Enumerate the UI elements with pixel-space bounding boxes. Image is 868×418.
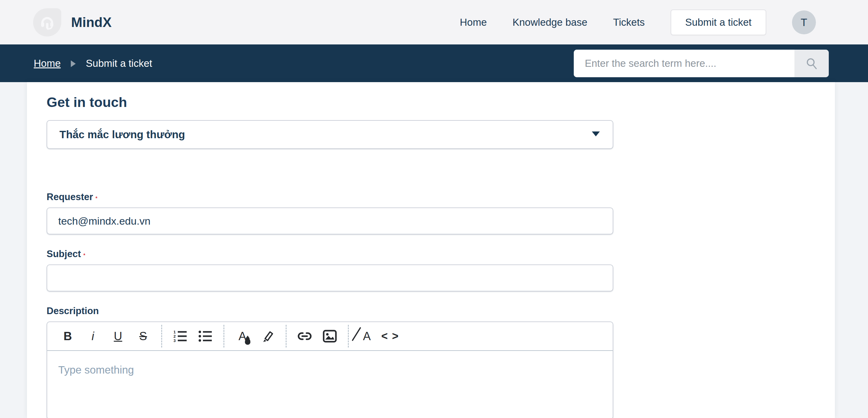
breadcrumb-bar: Home Submit a ticket	[0, 44, 868, 82]
subject-input[interactable]	[46, 264, 613, 291]
rich-text-editor: B i U S 1 2	[46, 321, 613, 418]
subject-field: Subject*	[46, 249, 613, 291]
toolbar-divider	[286, 325, 286, 348]
bold-button[interactable]: B	[58, 326, 78, 346]
insert-image-button[interactable]	[320, 326, 340, 346]
toolbar-divider	[161, 325, 162, 348]
link-button[interactable]	[295, 326, 314, 346]
editor-toolbar: B i U S 1 2	[47, 322, 613, 351]
svg-text:1: 1	[174, 330, 176, 334]
highlight-button[interactable]	[258, 326, 277, 346]
svg-text:2: 2	[174, 334, 176, 339]
editor-placeholder: Type something	[58, 364, 134, 376]
highlighter-icon	[261, 329, 274, 343]
bullet-list-button[interactable]	[195, 326, 215, 346]
required-asterisk: *	[96, 196, 97, 201]
ticket-form: Thắc mắc lương thưởng Requester* Subject…	[46, 120, 613, 418]
nav-knowledge-base[interactable]: Knowledge base	[513, 17, 587, 28]
search-bar	[574, 50, 829, 77]
link-icon	[297, 331, 313, 342]
description-label: Description	[46, 306, 99, 316]
toolbar-divider	[223, 325, 224, 348]
slash-icon	[351, 327, 361, 341]
ordered-list-button[interactable]: 1 2 3	[170, 326, 190, 346]
toolbar-divider	[348, 325, 349, 348]
search-icon	[805, 57, 818, 70]
description-field: Description B i U S	[46, 306, 613, 418]
breadcrumb-home-link[interactable]: Home	[34, 58, 61, 69]
code-icon: <>	[381, 330, 403, 343]
category-selected-value: Thắc mắc lương thưởng	[59, 128, 185, 141]
nav-home[interactable]: Home	[460, 17, 487, 28]
page-title: Get in touch	[46, 94, 835, 110]
strikethrough-button[interactable]: S	[133, 326, 153, 346]
category-select[interactable]: Thắc mắc lương thưởng	[46, 120, 613, 149]
requester-label: Requester	[46, 192, 93, 202]
ordered-list-icon: 1 2 3	[173, 330, 187, 343]
subject-label: Subject	[46, 249, 81, 259]
clear-format-button[interactable]: A	[357, 326, 377, 346]
mindx-logo	[33, 8, 61, 36]
bullet-list-icon	[198, 330, 212, 343]
underline-button[interactable]: U	[108, 326, 128, 346]
requester-input[interactable]	[46, 207, 613, 234]
app-header: MindX Home Knowledge base Tickets Submit…	[0, 0, 868, 44]
user-avatar[interactable]: T	[792, 10, 816, 34]
content-card: Get in touch Thắc mắc lương thưởng Reque…	[27, 82, 835, 418]
headset-icon	[39, 14, 56, 31]
svg-text:3: 3	[174, 338, 176, 343]
breadcrumb-current: Submit a ticket	[86, 58, 152, 69]
color-drop-icon	[245, 338, 250, 345]
image-icon	[323, 330, 337, 343]
requester-field: Requester*	[46, 192, 613, 234]
font-color-button[interactable]: A	[232, 326, 252, 346]
editor-content-area[interactable]: Type something	[47, 351, 613, 418]
brand-title: MindX	[71, 15, 112, 30]
code-button[interactable]: <>	[382, 326, 402, 346]
breadcrumb-chevron-icon	[70, 60, 76, 69]
italic-button[interactable]: i	[83, 326, 103, 346]
required-asterisk: *	[83, 253, 85, 258]
main-nav: Home Knowledge base Tickets Submit a tic…	[460, 9, 816, 35]
chevron-down-icon	[591, 131, 600, 138]
nav-tickets[interactable]: Tickets	[613, 17, 645, 28]
search-button[interactable]	[795, 50, 829, 77]
search-input[interactable]	[574, 50, 795, 77]
submit-ticket-nav-button[interactable]: Submit a ticket	[671, 9, 766, 35]
